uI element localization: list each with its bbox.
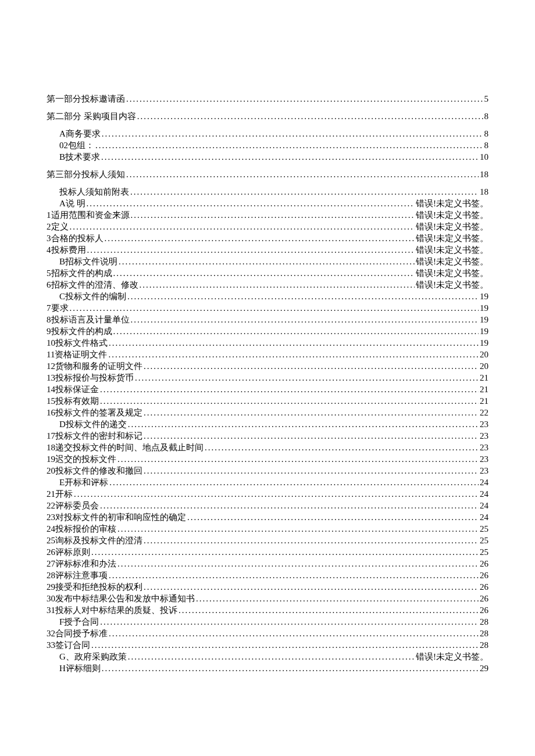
toc-entry[interactable]: 16投标文件的签署及规定22 — [47, 407, 488, 418]
toc-label: G、政府采购政策 — [59, 651, 127, 662]
toc-entry[interactable]: 14投标保证金21 — [47, 384, 488, 395]
toc-entry[interactable]: 第二部分 采购项目内容8 — [47, 110, 488, 122]
toc-entry[interactable]: 9投标文件的构成19 — [47, 325, 488, 337]
toc-entry[interactable]: 18递交投标文件的时间、地点及截止时间23 — [47, 442, 488, 453]
toc-entry[interactable]: B技术要求10 — [47, 151, 488, 163]
toc-label: 24投标报价的审核 — [47, 523, 116, 535]
toc-page: 20 — [480, 349, 488, 360]
toc-entry[interactable]: A商务要求8 — [47, 128, 488, 139]
toc-label: A商务要求 — [59, 128, 101, 139]
toc-entry[interactable]: 4投标费用错误!未定义书签。 — [47, 244, 488, 256]
toc-entry[interactable]: E开标和评标24 — [47, 476, 488, 488]
toc-label: 第一部分投标邀请函 — [47, 93, 125, 105]
toc-page: 18 — [480, 186, 488, 198]
toc-entry[interactable]: 第一部分投标邀请函5 — [47, 93, 488, 105]
toc-leader-dots — [102, 662, 479, 674]
toc-page: 19 — [480, 291, 488, 302]
toc-label: H评标细则 — [59, 662, 101, 674]
toc-entry[interactable]: 22评标委员会24 — [47, 500, 488, 511]
toc-entry[interactable]: 19迟交的投标文件23 — [47, 453, 488, 465]
toc-entry[interactable]: 02包组：8 — [47, 139, 488, 151]
toc-page: 23 — [480, 465, 488, 476]
toc-leader-dots — [140, 279, 415, 291]
toc-entry[interactable]: 29接受和拒绝投标的权利26 — [47, 581, 488, 593]
toc-page: 23 — [480, 442, 488, 453]
toc-label: 7要求 — [47, 302, 69, 314]
toc-entry[interactable]: 28评标注意事项26 — [47, 569, 488, 581]
toc-page: 26 — [480, 581, 488, 593]
toc-entry[interactable]: H评标细则29 — [47, 662, 488, 674]
toc-page: 错误!未定义书签。 — [416, 244, 488, 256]
toc-entry[interactable]: 25询标及投标文件的澄清25 — [47, 535, 488, 546]
toc-entry[interactable]: 投标人须知前附表18 — [47, 186, 488, 198]
toc-leader-dots — [91, 546, 479, 558]
toc-entry[interactable]: A说 明错误!未定义书签。 — [47, 198, 488, 209]
toc-entry[interactable]: 3合格的投标人错误!未定义书签。 — [47, 232, 488, 244]
toc-entry[interactable]: 12货物和服务的证明文件20 — [47, 360, 488, 372]
toc-leader-dots — [87, 244, 415, 256]
toc-label: F授予合同 — [59, 616, 99, 628]
toc-entry[interactable]: 6招标文件的澄清、修改错误!未定义书签。 — [47, 279, 488, 291]
toc-label: 11资格证明文件 — [47, 349, 107, 360]
toc-entry[interactable]: 30发布中标结果公告和发放中标通知书26 — [47, 593, 488, 604]
toc-entry[interactable]: 第三部分投标人须知18 — [47, 169, 488, 180]
toc-entry[interactable]: 15投标有效期21 — [47, 395, 488, 407]
toc-label: 12货物和服务的证明文件 — [47, 360, 142, 372]
toc-entry[interactable]: 10投标文件格式19 — [47, 337, 488, 349]
toc-entry[interactable]: 17投标文件的密封和标记23 — [47, 430, 488, 442]
toc-leader-dots — [119, 256, 415, 267]
toc-leader-dots — [102, 128, 483, 139]
toc-entry[interactable]: 21开标24 — [47, 488, 488, 500]
toc-label: 9投标文件的构成 — [47, 325, 112, 337]
toc-leader-dots — [144, 465, 479, 476]
toc-page: 25 — [480, 523, 488, 535]
toc-entry[interactable]: 24投标报价的审核25 — [47, 523, 488, 535]
toc-label: 第三部分投标人须知 — [47, 169, 125, 180]
toc-entry[interactable]: F授予合同28 — [47, 616, 488, 628]
toc-leader-dots — [109, 628, 479, 639]
toc-leader-dots — [131, 314, 479, 325]
toc-label: 20投标文件的修改和撤回 — [47, 465, 142, 476]
toc-entry[interactable]: 7要求19 — [47, 302, 488, 314]
toc-label: 29接受和拒绝投标的权利 — [47, 581, 142, 593]
toc-leader-dots — [130, 186, 479, 198]
toc-leader-dots — [117, 523, 479, 535]
toc-label: 第二部分 采购项目内容 — [47, 110, 136, 122]
toc-page: 26 — [480, 593, 488, 604]
toc-page: 错误!未定义书签。 — [416, 651, 488, 662]
toc-label: 13投标报价与投标货币 — [47, 372, 134, 384]
toc-entry[interactable]: 26评标原则25 — [47, 546, 488, 558]
toc-entry[interactable]: 11资格证明文件20 — [47, 349, 488, 360]
toc-entry[interactable]: 27评标标准和办法26 — [47, 558, 488, 569]
toc-page: 25 — [480, 535, 488, 546]
toc-entry[interactable]: 13投标报价与投标货币21 — [47, 372, 488, 384]
toc-label: 25询标及投标文件的澄清 — [47, 535, 142, 546]
toc-entry[interactable]: 23对投标文件的初审和响应性的确定24 — [47, 511, 488, 523]
toc-page: 23 — [480, 453, 488, 465]
toc-label: 26评标原则 — [47, 546, 90, 558]
toc-leader-dots — [101, 151, 479, 163]
toc-entry[interactable]: B招标文件说明错误!未定义书签。 — [47, 256, 488, 267]
toc-entry[interactable]: 5招标文件的构成错误!未定义书签。 — [47, 267, 488, 279]
toc-entry[interactable]: 2定义错误!未定义书签。 — [47, 221, 488, 232]
toc-label: D投标文件的递交 — [59, 418, 127, 430]
toc-label: 21开标 — [47, 488, 73, 500]
toc-label: 30发布中标结果公告和发放中标通知书 — [47, 593, 195, 604]
toc-entry[interactable]: 33签订合同28 — [47, 639, 488, 651]
toc-entry[interactable]: C投标文件的编制19 — [47, 291, 488, 302]
toc-entry[interactable]: 8投标语言及计量单位19 — [47, 314, 488, 325]
toc-page: 19 — [480, 314, 488, 325]
toc-label: 17投标文件的密封和标记 — [47, 430, 142, 442]
toc-leader-dots — [126, 93, 483, 105]
toc-entry[interactable]: 20投标文件的修改和撤回23 — [47, 465, 488, 476]
toc-entry[interactable]: G、政府采购政策错误!未定义书签。 — [47, 651, 488, 662]
toc-entry[interactable]: 1适用范围和资金来源错误!未定义书签。 — [47, 209, 488, 221]
toc-label: 5招标文件的构成 — [47, 267, 112, 279]
toc-page: 24 — [480, 476, 488, 488]
toc-entry[interactable]: 31投标人对中标结果的质疑、投诉26 — [47, 604, 488, 616]
toc-leader-dots — [127, 291, 479, 302]
toc-leader-dots — [91, 639, 479, 651]
toc-page: 19 — [480, 325, 488, 337]
toc-entry[interactable]: D投标文件的递交23 — [47, 418, 488, 430]
toc-entry[interactable]: 32合同授予标准28 — [47, 628, 488, 639]
